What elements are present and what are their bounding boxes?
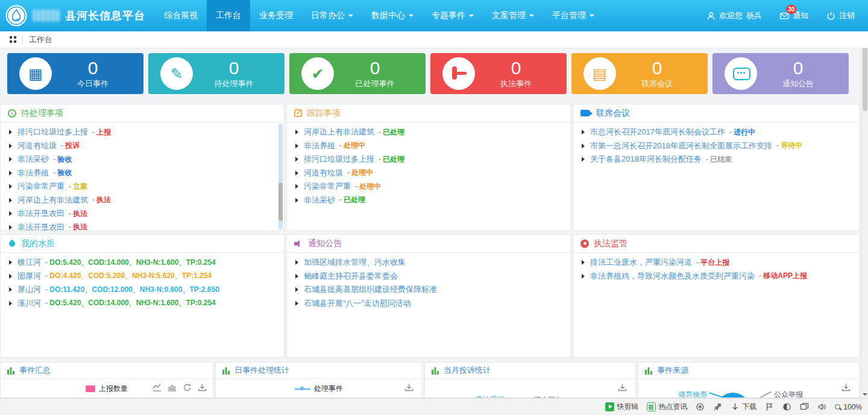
stat-card[interactable]: 0 执法事件 <box>430 53 567 94</box>
pin-toggle-button[interactable] <box>713 402 722 411</box>
river-link[interactable]: 屏山河 <box>17 284 41 295</box>
mode-button[interactable] <box>782 402 791 411</box>
list-item[interactable]: 非法养殖 处理中 <box>287 139 570 153</box>
item-link[interactable]: 河道有垃圾 <box>17 141 57 151</box>
list-item[interactable]: 非法养殖 验收 <box>1 166 284 180</box>
panel-scrollbar[interactable] <box>278 124 283 229</box>
download-icon[interactable] <box>198 383 207 392</box>
item-link[interactable]: 关于各县2018年河长制分配任务 <box>590 154 702 165</box>
download-icon[interactable] <box>404 383 414 392</box>
list-item[interactable]: 河岸边上有非法建筑 执法 <box>1 194 284 208</box>
list-item[interactable]: 关于各县2018年河长制分配任务 已结束 <box>573 153 859 166</box>
nav-item[interactable]: 文案管理 <box>483 0 543 31</box>
river-link[interactable]: 溪川河 <box>17 298 41 309</box>
flag-button[interactable] <box>765 402 774 411</box>
item-link[interactable]: 市第一总河长召开2018年底河长制全面展示工作安排 <box>590 141 772 151</box>
list-item[interactable]: 非法开垦农田 执法 <box>1 221 284 232</box>
bar-chart-toggle-icon[interactable] <box>168 383 177 392</box>
line-chart-toggle-icon[interactable] <box>153 383 162 392</box>
mute-button[interactable] <box>817 402 826 411</box>
stat-card[interactable]: 0 通知公告 <box>712 53 849 94</box>
list-item[interactable]: 横江河 DO:5.420、COD:14.000、NH3-N:1.600、TP:0… <box>1 256 284 270</box>
stat-card[interactable]: 0 已处理事件 <box>289 53 426 94</box>
list-item[interactable]: 河道有垃圾 处理中 <box>287 166 570 180</box>
item-link[interactable]: 河岸边上有非法建筑 <box>17 195 88 206</box>
list-item[interactable]: 排法工业废水，严重污染河道 平台上报 <box>573 256 859 270</box>
caret-right-icon <box>295 157 298 162</box>
zoom-control[interactable]: 100% <box>835 403 862 411</box>
list-item[interactable]: 溪川河 DO:5.420、COD:14.000、NH3-N:1.600、TP:0… <box>1 297 284 311</box>
hot-news-button[interactable]: 热点资讯 <box>647 402 687 412</box>
list-item[interactable]: 污染非常严重 处理中 <box>287 180 570 194</box>
list-item[interactable]: 非法采砂 已处理 <box>287 194 570 208</box>
download-icon[interactable] <box>841 383 851 392</box>
list-item[interactable]: 市第一总河长召开2018年底河长制全面展示工作安排 等待中 <box>573 139 859 153</box>
item-link[interactable]: 非法开垦农田 <box>17 222 64 231</box>
item-link[interactable]: 鲍峰庭主持召开县委常委会 <box>304 271 398 282</box>
river-link[interactable]: 固厚河 <box>17 271 41 282</box>
stat-card[interactable]: 0 今日事件 <box>7 53 143 94</box>
nav-item[interactable]: 日常办公 <box>302 0 362 31</box>
list-item[interactable]: 鲍峰庭主持召开县委常委会 <box>287 270 570 284</box>
page-scrollbar[interactable] <box>861 31 868 398</box>
item-link[interactable]: 排污口垃圾过多上报 <box>17 127 88 138</box>
magnifier-icon <box>835 404 840 410</box>
grid-toggle-icon[interactable] <box>10 36 16 43</box>
list-item[interactable]: 排污口垃圾过多上报 上报 <box>1 125 284 139</box>
nav-item[interactable]: 数据中心 <box>362 0 423 31</box>
panel-law-title: 执法监管 <box>594 238 627 249</box>
nav-item[interactable]: 平台管理 <box>543 0 603 31</box>
item-link[interactable]: 排污口垃圾过多上报 <box>304 154 374 165</box>
item-link[interactable]: 非法开垦农田 <box>17 208 64 219</box>
quick-clip-button[interactable]: 快剪辑 <box>605 402 638 412</box>
stat-card[interactable]: 0 联席会议 <box>571 53 708 94</box>
notifications-button[interactable]: 30 通知 <box>780 10 808 21</box>
download-button[interactable]: 下载 <box>731 402 756 412</box>
list-item[interactable]: 加强区域排水管理、污水收集 <box>287 256 570 270</box>
list-item[interactable]: 固厚河 DO:4.420、COD:5.200、NH3-N:5.620、TP:1.… <box>1 270 284 284</box>
item-link[interactable]: 排法工业废水，严重污染河道 <box>590 257 692 268</box>
user-menu[interactable]: 欢迎您 杨兵 <box>706 10 762 21</box>
scrollbar-down-button[interactable] <box>861 390 868 398</box>
item-link[interactable]: 污染非常严重 <box>17 181 64 192</box>
item-link[interactable]: 石城县提高基层组织建设经费保障标准 <box>304 284 437 295</box>
stat-card[interactable]: 0 待处理事件 <box>148 53 285 94</box>
list-item[interactable]: 非法开垦农田 执法 <box>1 207 284 221</box>
river-link[interactable]: 横江河 <box>17 257 41 268</box>
item-link[interactable]: 非法养殖 <box>304 141 335 151</box>
chart-daily-legend[interactable]: 处理事件 <box>216 384 422 394</box>
list-item[interactable]: 屏山河 DO:11.420、COD:12.000、NH3-N:0.600、TP:… <box>1 283 284 297</box>
list-item[interactable]: 河道有垃圾 投诉 <box>1 139 284 153</box>
list-item[interactable]: 排污口垃圾过多上报 已处理 <box>287 153 570 166</box>
item-link[interactable]: 河岸边上有非法建筑 <box>304 127 374 138</box>
list-item[interactable]: 非法采砂 验收 <box>1 153 284 166</box>
item-link[interactable]: 河道有垃圾 <box>304 168 343 179</box>
nav-item[interactable]: 综合展视 <box>155 0 207 31</box>
panel-scrollbar-thumb[interactable] <box>278 183 283 221</box>
list-item[interactable]: 河岸边上有非法建筑 已处理 <box>287 125 570 139</box>
item-link[interactable]: 非法采砂 <box>17 154 49 165</box>
item-link[interactable]: 非法采砂 <box>304 195 335 206</box>
item-link[interactable]: 非法养殖鸡，导致河水颜色及水质受到严重污染 <box>590 271 755 282</box>
item-link[interactable]: 污染非常严重 <box>304 181 351 192</box>
item-link[interactable]: 加强区域排水管理、污水收集 <box>304 257 406 268</box>
download-icon[interactable] <box>618 383 627 392</box>
list-item[interactable]: 污染非常严重 立案 <box>1 180 284 194</box>
list-item[interactable]: 市总河长召开2017年底河长制会议工作 进行中 <box>573 125 859 139</box>
logout-button[interactable]: 注销 <box>826 10 855 21</box>
zoom-level: 100% <box>843 403 862 411</box>
panel-notice-title: 通知公告 <box>308 238 342 249</box>
nav-item[interactable]: 工作台 <box>207 0 250 31</box>
accelerator-button[interactable] <box>696 402 705 411</box>
list-item[interactable]: 石城县提高基层组织建设经费保障标准 <box>287 283 570 297</box>
split-screen-button[interactable] <box>800 402 809 411</box>
item-link[interactable]: 市总河长召开2017年底河长制会议工作 <box>590 127 725 138</box>
list-item[interactable]: 非法养殖鸡，导致河水颜色及水质受到严重污染 移动APP上报 <box>573 270 859 284</box>
nav-item[interactable]: 业务受理 <box>250 0 302 31</box>
caret-right-icon <box>9 130 12 135</box>
list-item[interactable]: 石城县开展“八一”走访慰问活动 <box>287 297 570 311</box>
refresh-icon[interactable] <box>183 383 192 392</box>
item-link[interactable]: 非法养殖 <box>17 168 49 179</box>
nav-item[interactable]: 专题事件 <box>423 0 483 31</box>
item-link[interactable]: 石城县开展“八一”走访慰问活动 <box>304 298 411 309</box>
